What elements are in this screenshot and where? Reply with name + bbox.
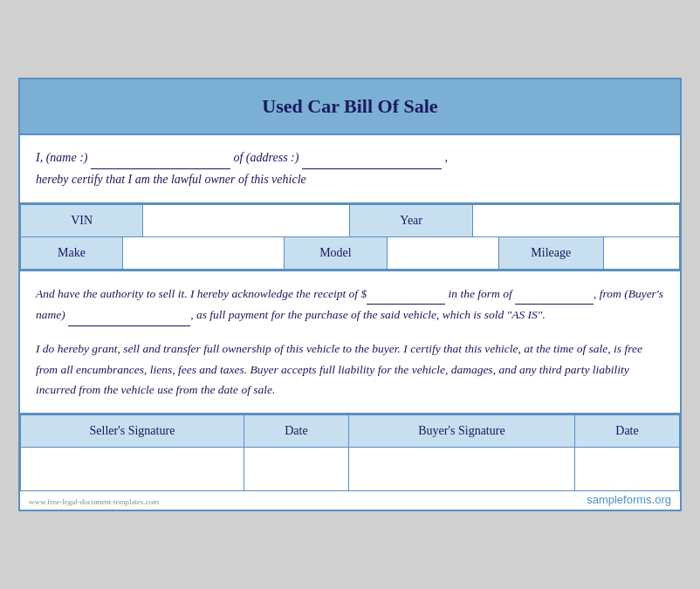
footer: www.free-legal-document-templates.com sa… bbox=[20, 491, 680, 510]
make-value2[interactable] bbox=[123, 237, 285, 270]
model-value2[interactable] bbox=[387, 237, 498, 270]
intro-line2: hereby certify that I am the lawful owne… bbox=[36, 173, 306, 186]
seller-date-value[interactable] bbox=[244, 447, 348, 490]
intro-line1-pre: I, (name :) bbox=[36, 151, 91, 164]
buyer-date-value[interactable] bbox=[575, 447, 680, 490]
signature-table: Seller's Signature Date Buyer's Signatur… bbox=[20, 414, 680, 491]
make-label2: Make bbox=[21, 237, 123, 270]
body-section: And have the authority to sell it. I her… bbox=[20, 271, 680, 414]
seller-date-label: Date bbox=[244, 414, 348, 447]
name-field[interactable] bbox=[91, 147, 230, 169]
vehicle-info-section: VIN Year Make Model Make Model Mile bbox=[20, 204, 680, 271]
document-container: Used Car Bill Of Sale I, (name :) of (ad… bbox=[18, 78, 682, 511]
body-p1-end: , as full payment for the purchase of th… bbox=[190, 308, 546, 321]
mileage-label: Mileage bbox=[498, 237, 603, 270]
document-title: Used Car Bill Of Sale bbox=[262, 95, 437, 117]
body-text-2: I do hereby grant, sell and transfer ful… bbox=[36, 339, 664, 401]
year-value[interactable] bbox=[472, 204, 679, 236]
vehicle-table: VIN Year Make Model bbox=[20, 204, 680, 237]
intro-line1-end: , bbox=[444, 151, 448, 164]
intro-line1-mid: of (address :) bbox=[233, 151, 301, 164]
intro-section: I, (name :) of (address :) , hereby cert… bbox=[20, 135, 680, 204]
vehicle-table-row2: Make Model Mileage bbox=[20, 237, 680, 270]
body-p1-mid: in the form of bbox=[445, 287, 515, 300]
vin-value[interactable] bbox=[143, 204, 350, 236]
address-field[interactable] bbox=[302, 147, 442, 169]
intro-text: I, (name :) of (address :) , hereby cert… bbox=[36, 147, 664, 190]
form-of-field[interactable] bbox=[515, 284, 594, 305]
model-label2: Model bbox=[284, 237, 387, 270]
buyer-date-label: Date bbox=[575, 414, 680, 447]
sampleforms-brand: sampleforms.org bbox=[587, 493, 671, 506]
watermark-text: www.free-legal-document-templates.com bbox=[29, 497, 159, 506]
vin-label: VIN bbox=[21, 204, 143, 236]
title-bar: Used Car Bill Of Sale bbox=[20, 79, 680, 135]
signature-label-row: Seller's Signature Date Buyer's Signatur… bbox=[21, 414, 680, 447]
seller-signature-label: Seller's Signature bbox=[21, 414, 244, 447]
amount-field[interactable] bbox=[367, 284, 445, 305]
body-p2: I do hereby grant, sell and transfer ful… bbox=[36, 342, 642, 396]
body-text-1: And have the authority to sell it. I her… bbox=[36, 284, 664, 326]
buyer-signature-label: Buyer's Signature bbox=[348, 414, 574, 447]
make-model-mileage-row2: Make Model Mileage bbox=[21, 237, 680, 270]
mileage-value[interactable] bbox=[603, 237, 679, 270]
buyer-signature-value[interactable] bbox=[348, 447, 574, 490]
seller-signature-value[interactable] bbox=[21, 447, 244, 490]
signature-section: Seller's Signature Date Buyer's Signatur… bbox=[20, 414, 680, 491]
body-p1-pre: And have the authority to sell it. I her… bbox=[36, 287, 367, 300]
buyer-name-field[interactable] bbox=[68, 305, 190, 326]
year-label: Year bbox=[350, 204, 472, 236]
signature-value-row bbox=[21, 447, 680, 490]
vin-year-row: VIN Year bbox=[21, 204, 680, 236]
